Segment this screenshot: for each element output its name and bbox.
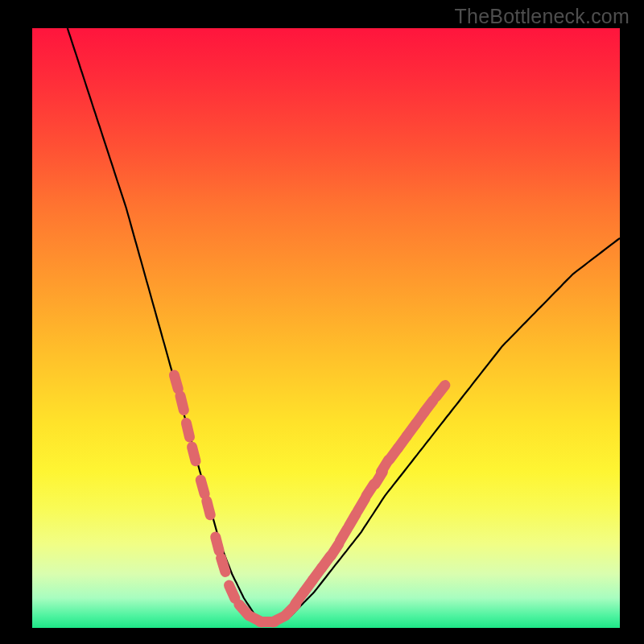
curve-marker xyxy=(192,447,196,461)
curve-marker xyxy=(180,396,184,411)
curve-marker xyxy=(221,558,225,572)
curve-marker xyxy=(436,386,445,397)
curve-marker xyxy=(174,375,178,389)
curve-marker xyxy=(424,400,433,411)
curve-marker xyxy=(186,423,189,437)
watermark-text: TheBottleneck.com xyxy=(455,5,630,28)
plot-area xyxy=(32,28,620,628)
curve-marker xyxy=(200,480,204,493)
curve-marker xyxy=(229,585,235,598)
curve-marker xyxy=(207,501,210,514)
bottleneck-curve-svg xyxy=(32,28,620,628)
curve-marker xyxy=(216,537,220,551)
chart-frame: TheBottleneck.com xyxy=(0,0,644,644)
